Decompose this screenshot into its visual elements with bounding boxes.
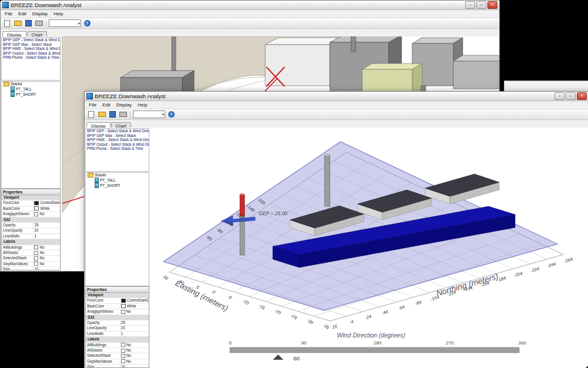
properties-header: Properties <box>2 189 60 195</box>
property-row[interactable]: SelectedStackNo <box>86 353 149 359</box>
property-row[interactable]: ForeColorControlDarkD... <box>86 298 149 303</box>
property-row[interactable]: LineWidth1 <box>2 234 60 239</box>
gep-value-label: GEP = 25.00 <box>259 210 288 216</box>
property-row[interactable]: Size10 <box>2 267 60 270</box>
analysis-list: BPIP GEP - Select Stack & Wind Direction… <box>1 37 61 81</box>
folder-icon <box>4 82 9 86</box>
open-button[interactable] <box>97 111 106 119</box>
menu-edit[interactable]: Edit <box>99 102 113 108</box>
titlebar[interactable]: BREEZE Downwash Analyst – □ ✕ <box>85 92 588 101</box>
tree-item-pt_short[interactable]: PT_SHORT <box>86 183 149 188</box>
titlebar[interactable]: BREEZE Downwash Analyst – □ ✕ <box>1 1 499 10</box>
minimize-button[interactable]: – <box>465 1 475 9</box>
menu-file[interactable]: File <box>2 11 15 16</box>
stacks-tree: StacksPT_TALLPT_SHORT <box>1 81 61 189</box>
new-file-button[interactable] <box>2 19 12 28</box>
property-row[interactable]: LineWidth1 <box>86 332 149 337</box>
save-button[interactable] <box>108 111 117 119</box>
tall-stack <box>325 154 330 206</box>
wind-slider-track[interactable] <box>230 347 519 353</box>
property-row[interactable]: Size10 <box>86 364 149 368</box>
tree-root-stacks[interactable]: Stacks <box>2 82 60 86</box>
left-panel: BPIP GEP - Select Stack & Wind Direction… <box>1 36 62 271</box>
tree-item-pt_tall[interactable]: PT_TALL <box>2 86 60 92</box>
property-row[interactable]: AllBuildingsNo <box>2 245 60 250</box>
menu-edit[interactable]: Edit <box>15 11 29 16</box>
tree-root-stacks[interactable]: Stacks <box>86 173 149 178</box>
property-category[interactable]: Labels <box>86 337 149 342</box>
property-row[interactable]: BackColorWhite <box>86 304 149 309</box>
close-button[interactable]: ✕ <box>487 1 497 9</box>
print-button[interactable] <box>34 19 44 28</box>
analysis-option[interactable]: BPIP GEP Max - Select Stack <box>86 133 149 138</box>
property-row[interactable]: BackColorWhite <box>2 206 60 212</box>
tree-item-pt_short[interactable]: PT_SHORT <box>2 92 60 97</box>
analysis-option[interactable]: BPIP Output - Select Stack & Wind Direct… <box>2 51 60 56</box>
stack-icon <box>11 86 15 92</box>
property-category[interactable]: Labels <box>2 239 60 245</box>
svg-text:-204: -204 <box>513 270 523 278</box>
svg-text:-15: -15 <box>258 303 266 311</box>
menu-display[interactable]: Display <box>113 102 135 108</box>
analysis-option[interactable]: BPIP GEP - Select Stack & Wind Direction <box>2 38 60 42</box>
property-category[interactable]: S3Z <box>86 315 149 320</box>
analysis-option[interactable]: BPIP Output - Select Stack & Wind Direct… <box>86 142 149 147</box>
menu-help[interactable]: Help <box>135 102 150 108</box>
gep-3d-chart[interactable]: GEP = 25.00 Easting (meters) Northing (m… <box>151 128 588 368</box>
analysis-option[interactable]: BPIP GEP - Select Stack & Wind Direction <box>86 129 149 133</box>
property-row[interactable]: SelectedStackNo <box>2 256 60 261</box>
property-category[interactable]: Viewport <box>2 195 60 200</box>
maximize-button[interactable]: □ <box>476 1 486 9</box>
analysis-option[interactable]: BPIP HWE - Select Stack & Wind Direction <box>86 138 149 142</box>
3d-chart-view[interactable]: GEP = 25.00 Easting (meters) Northing (m… <box>151 128 588 368</box>
menu-display[interactable]: Display <box>29 11 51 16</box>
toolbar-dropdown[interactable]: ▾ <box>133 111 165 118</box>
property-row[interactable]: AllStacksNo <box>2 250 60 256</box>
property-category[interactable]: S3Z <box>2 218 60 223</box>
analysis-option[interactable]: BPIP GEP Max - Select Stack <box>2 42 60 47</box>
help-button[interactable]: ? <box>82 19 92 28</box>
wind-slider-marker[interactable] <box>273 354 283 360</box>
svg-text:-104: -104 <box>430 295 440 302</box>
property-row[interactable]: GepMaxValuesNo <box>2 262 60 267</box>
maximize-button[interactable]: □ <box>566 92 576 100</box>
close-button[interactable]: ✕ <box>577 92 587 100</box>
app-icon <box>86 93 93 99</box>
checkbox-icon <box>121 343 125 347</box>
save-button[interactable] <box>24 19 33 28</box>
property-row[interactable]: AllBuildingsNo <box>86 343 149 348</box>
analysis-option[interactable]: PRM Plume - Select Stack & Time <box>86 146 149 151</box>
property-row[interactable]: LineOpacity20 <box>86 326 149 331</box>
property-row[interactable]: GepMaxValuesNo <box>86 359 149 364</box>
property-row[interactable]: AnaglyphStereoNo <box>86 309 149 315</box>
toolbar-dropdown[interactable]: ▾ <box>49 19 81 27</box>
analysis-option[interactable]: BPIP HWE - Select Stack & Wind Direction <box>2 46 60 51</box>
property-row[interactable]: ForeColorControlDarkD... <box>2 200 60 206</box>
print-button[interactable] <box>118 111 128 119</box>
analysis-option[interactable]: PRM Plume - Select Stack & Time <box>2 55 60 60</box>
property-row[interactable]: AllStacksNo <box>86 348 149 353</box>
help-button[interactable]: ? <box>166 111 176 119</box>
wind-direction-slider: Wind Direction (degrees) 0. 90. 180. 270… <box>229 332 527 362</box>
menu-file[interactable]: File <box>86 102 99 108</box>
tree-item-pt_tall[interactable]: PT_TALL <box>86 178 149 183</box>
new-file-button[interactable] <box>86 111 96 119</box>
checkbox-icon <box>34 245 38 249</box>
chevron-down-icon: ▾ <box>162 112 164 117</box>
stack-shape <box>351 36 356 52</box>
folder-icon <box>14 21 22 26</box>
color-swatch <box>121 299 126 303</box>
property-category[interactable]: Viewport <box>86 293 149 298</box>
property-row[interactable]: LineOpacity20 <box>2 228 60 233</box>
svg-text:-44: -44 <box>381 309 389 316</box>
minimize-button[interactable]: – <box>554 92 564 100</box>
menu-help[interactable]: Help <box>51 11 66 16</box>
property-row[interactable]: Opacity25 <box>2 223 60 228</box>
window-front[interactable]: BREEZE Downwash Analyst – □ ✕ FileEditDi… <box>84 91 588 368</box>
property-row[interactable]: Opacity25 <box>86 320 149 326</box>
property-row[interactable]: AnaglyphStereoNo <box>2 212 60 217</box>
svg-text:-64: -64 <box>397 304 405 311</box>
window-title: BREEZE Downwash Analyst <box>11 2 463 8</box>
toolbar-separator <box>130 111 131 118</box>
open-button[interactable] <box>13 19 22 28</box>
